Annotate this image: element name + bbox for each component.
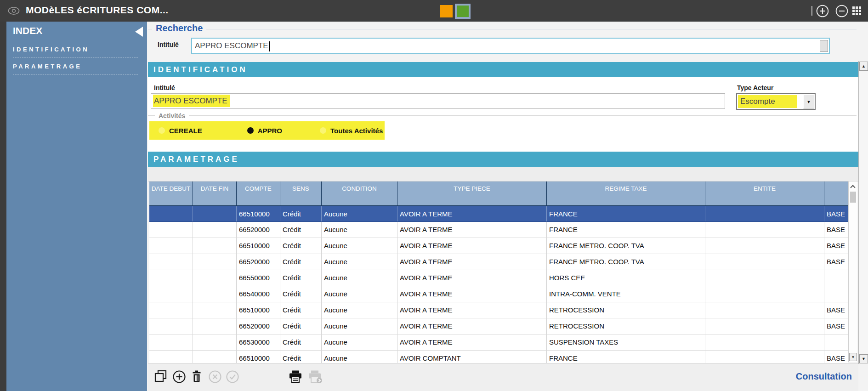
table-cell: AVOIR A TERME: [397, 270, 547, 286]
intitule-label: Intitulé: [154, 84, 175, 91]
main-scroll-up-icon[interactable]: ▲: [859, 62, 868, 71]
table-cell: FRANCE METRO. COOP. TVA: [547, 238, 705, 254]
table-cell: Aucune: [322, 222, 397, 238]
table-cell: [705, 286, 824, 302]
table-cell: Aucune: [322, 334, 397, 350]
table-row[interactable]: 66510000CréditAucuneAVOIR COMPTANTFRANCE…: [149, 351, 848, 363]
header-cell-type-piece: TYPE PIECE: [397, 181, 547, 205]
table-cell: [193, 351, 237, 363]
table-cell: 66520000: [237, 254, 280, 270]
table-cell: [149, 254, 193, 270]
table-cell: RETROCESSION: [547, 302, 705, 318]
identification-section-header: IDENTIFICATION: [148, 62, 858, 77]
table-cell: Aucune: [322, 270, 397, 286]
search-legend-line: [148, 29, 857, 29]
table-cell: [824, 270, 848, 286]
window-title: MODèLES éCRITURES COM...: [26, 5, 169, 16]
chevron-down-icon[interactable]: ▼: [803, 95, 814, 108]
table-cell: [193, 254, 237, 270]
scroll-up-icon[interactable]: [850, 185, 855, 190]
table-row[interactable]: 66550000CréditAucuneAVOIR A TERMEHORS CE…: [149, 270, 848, 286]
table-cell: Aucune: [322, 238, 397, 254]
table-cell: [193, 270, 237, 286]
parametrage-table: DATE DEBUTDATE FINCOMPTESENSCONDITIONTYP…: [149, 181, 848, 363]
main-scrollbar[interactable]: ▲ ▼: [858, 61, 868, 364]
table-cell: [193, 222, 237, 238]
table-cell: INTRA-COMM. VENTE: [547, 286, 705, 302]
delete-button[interactable]: [191, 370, 203, 385]
mode-status-label: Consultation: [796, 371, 852, 382]
radio-selected-icon[interactable]: [247, 127, 254, 134]
eye-icon[interactable]: [7, 6, 20, 17]
radio-icon[interactable]: [320, 127, 326, 134]
table-row[interactable]: 66530000CréditAucuneAVOIR A TERMESUSPENS…: [149, 334, 848, 351]
left-edge-strip: [0, 22, 6, 391]
titlebar-divider: [811, 6, 812, 16]
intitule-input[interactable]: APPRO ESCOMPTE: [151, 93, 725, 109]
table-cell: [193, 238, 237, 254]
table-cell: 66540000: [237, 286, 280, 302]
type-acteur-select[interactable]: Escompte ▼: [736, 93, 816, 110]
table-cell: SUSPENSION TAXES: [547, 334, 705, 350]
header-cell-condition: CONDITION: [322, 181, 397, 205]
zoom-in-icon[interactable]: [816, 4, 829, 20]
table-cell: [705, 302, 824, 318]
table-cell: Crédit: [280, 286, 322, 302]
table-row[interactable]: 66510000CréditAucuneAVOIR A TERMEFRANCEB…: [149, 206, 848, 222]
table-cell: FRANCE: [547, 351, 705, 363]
table-cell: Crédit: [280, 222, 322, 238]
activites-radio-0[interactable]: CEREALE: [159, 127, 202, 135]
table-scrollbar[interactable]: ▼: [848, 181, 857, 362]
scroll-down-icon[interactable]: ▼: [849, 353, 857, 361]
table-row[interactable]: 66520000CréditAucuneAVOIR A TERMEFRANCE …: [149, 254, 848, 270]
activites-radio-2[interactable]: Toutes Activités: [320, 127, 383, 135]
table-row[interactable]: 66520000CréditAucuneAVOIR A TERMEFRANCEB…: [149, 222, 848, 238]
search-input[interactable]: APPRO ESCOMPTE: [191, 38, 830, 54]
print-button[interactable]: [288, 370, 303, 385]
table-cell: Crédit: [280, 318, 322, 334]
cancel-button: [208, 370, 222, 385]
header-cell-date-debut: DATE DEBUT: [149, 181, 193, 205]
table-cell: [705, 254, 824, 270]
activites-radio-group: CEREALEAPPROToutes Activités: [149, 121, 385, 140]
duplicate-button[interactable]: [154, 370, 167, 385]
radio-label: APPRO: [258, 127, 282, 135]
table-cell: [705, 334, 824, 350]
zoom-out-icon[interactable]: [835, 4, 849, 20]
table-cell: BASE: [824, 318, 848, 334]
search-input-button[interactable]: [820, 40, 828, 52]
table-cell: [193, 302, 237, 318]
table-cell: Aucune: [322, 206, 397, 221]
table-cell: [149, 222, 193, 238]
header-cell-entite: ENTITE: [705, 181, 824, 205]
sidebar-collapse-icon[interactable]: [135, 27, 143, 37]
radio-icon[interactable]: [159, 127, 165, 134]
apps-grid-icon[interactable]: [852, 6, 862, 17]
table-cell: Crédit: [280, 351, 322, 363]
table-cell: 66510000: [237, 206, 280, 221]
table-cell: [193, 334, 237, 350]
table-body: 66510000CréditAucuneAVOIR A TERMEFRANCEB…: [149, 206, 848, 363]
table-cell: [824, 334, 848, 350]
search-legend: Recherche: [152, 23, 206, 34]
table-cell: Aucune: [322, 302, 397, 318]
activites-legend: Activités: [155, 112, 189, 119]
activites-radio-1[interactable]: APPRO: [247, 127, 282, 135]
table-row[interactable]: 66540000CréditAucuneAVOIR A TERMEINTRA-C…: [149, 286, 848, 302]
table-cell: [193, 206, 237, 221]
main-scroll-down-icon[interactable]: ▼: [859, 354, 868, 363]
table-cell: FRANCE: [547, 222, 705, 238]
table-cell: AVOIR A TERME: [397, 238, 547, 254]
table-cell: AVOIR A TERME: [397, 334, 547, 350]
table-row[interactable]: 66510000CréditAucuneAVOIR A TERMEFRANCE …: [149, 238, 848, 254]
table-header-row: DATE DEBUTDATE FINCOMPTESENSCONDITIONTYP…: [149, 181, 848, 206]
table-cell: Aucune: [322, 254, 397, 270]
sidebar-item-parametrage[interactable]: PARAMETRAGE: [13, 63, 138, 74]
table-cell: [149, 302, 193, 318]
table-scrollbar-thumb[interactable]: [850, 192, 856, 203]
add-button[interactable]: [172, 370, 186, 385]
sidebar-item-identification[interactable]: IDENTIFICATION: [13, 46, 138, 57]
header-cell-sens: SENS: [280, 181, 322, 205]
table-row[interactable]: 66520000CréditAucuneAVOIR A TERMERETROCE…: [149, 318, 848, 334]
table-row[interactable]: 66510000CréditAucuneAVOIR A TERMERETROCE…: [149, 302, 848, 318]
